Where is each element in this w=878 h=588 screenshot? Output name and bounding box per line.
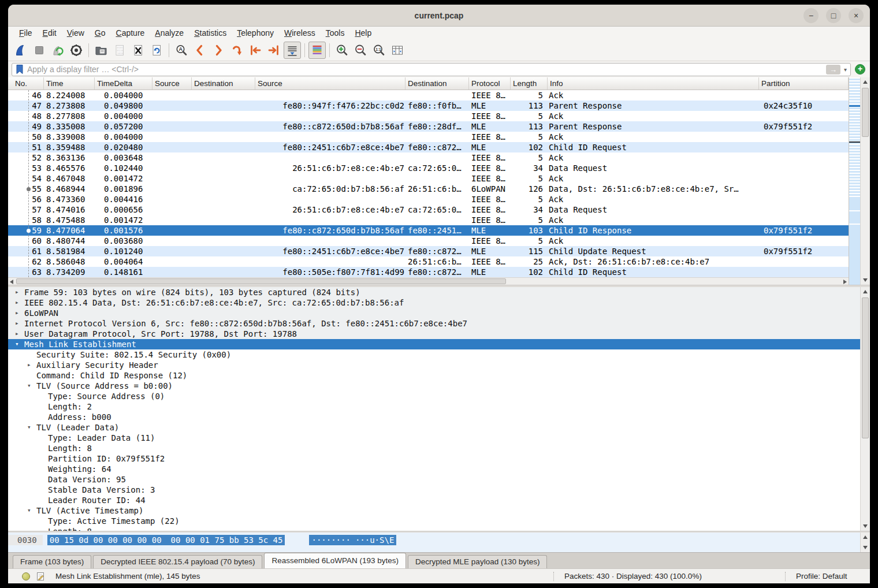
scroll-right-icon[interactable] — [843, 280, 847, 284]
collapsed-arrow-icon[interactable]: ▸ — [15, 297, 24, 308]
detail-row[interactable]: Weighting: 64 — [8, 464, 860, 474]
go-forward-button[interactable] — [210, 42, 227, 59]
detail-row[interactable]: ▸User Datagram Protocol, Src Port: 19788… — [8, 329, 860, 339]
scroll-up-icon[interactable] — [863, 290, 868, 293]
packet-scroll-thumb[interactable] — [862, 88, 869, 137]
byte-tab[interactable]: Decrypted IEEE 802.15.4 payload (70 byte… — [93, 555, 262, 568]
packet-row-51[interactable]: 518.3594880.020480fe80::2451:c6b7:e8ce:4… — [8, 142, 849, 152]
detail-row[interactable]: Command: Child ID Response (12) — [8, 370, 860, 381]
status-profile[interactable]: Profile: Default — [786, 572, 870, 580]
capture-comment-icon[interactable] — [36, 572, 45, 581]
close-button[interactable]: × — [849, 8, 864, 23]
reload-file-button[interactable] — [148, 42, 165, 59]
packet-row-53[interactable]: 538.4655760.10244026:51:c6:b7:e8:ce:4b:e… — [8, 163, 849, 173]
scroll-down-icon[interactable] — [863, 524, 868, 528]
detail-row[interactable]: ▸6LoWPAN — [8, 308, 860, 318]
menu-wireless[interactable]: Wireless — [279, 28, 321, 38]
byte-tab[interactable]: Decrypted MLE payload (130 bytes) — [408, 555, 547, 568]
packet-row-62[interactable]: 628.5860480.00406426:51:c6:b…IEEE 8…25Ac… — [8, 256, 849, 267]
display-filter-box[interactable]: → ▾ — [12, 63, 851, 76]
find-packet-button[interactable]: A — [173, 42, 190, 59]
detail-row[interactable]: Length: 2 — [8, 401, 860, 412]
collapsed-arrow-icon[interactable]: ▸ — [15, 287, 24, 297]
start-capture-button[interactable] — [12, 42, 29, 59]
bytes-scrollbar[interactable] — [860, 533, 870, 552]
packet-row-58[interactable]: 588.4754880.001472IEEE 8…5Ack — [8, 215, 849, 225]
packet-row-59[interactable]: 598.4770640.001576fe80::c872:650d:b7b8:5… — [8, 225, 849, 236]
detail-row[interactable]: Partition ID: 0x79f551f2 — [8, 453, 860, 464]
column-header-time[interactable]: Time — [44, 77, 95, 90]
horizontal-scrollbar[interactable] — [8, 277, 849, 285]
packet-row-52[interactable]: 528.3631360.003648IEEE 8…5Ack — [8, 152, 849, 163]
packet-row-54[interactable]: 548.4670480.001472IEEE 8…5Ack — [8, 173, 849, 184]
expanded-arrow-icon[interactable]: ▾ — [27, 505, 36, 516]
packet-row-47[interactable]: 478.2738080.049800fe80::947f:f476:22bc:c… — [8, 101, 849, 111]
collapsed-arrow-icon[interactable]: ▸ — [15, 329, 24, 339]
hex-bytes[interactable]: 00 15 0d 00 00 00 00 0000 00 01 75 bb 53… — [47, 535, 285, 545]
detail-row[interactable]: ▸Internet Protocol Version 6, Src: fe80:… — [8, 318, 860, 329]
maximize-button[interactable]: □ — [826, 8, 841, 23]
detail-row[interactable]: ▾TLV (Leader Data) — [8, 422, 860, 433]
detail-row[interactable]: Type: Source Address (0) — [8, 391, 860, 401]
packet-row-50[interactable]: 508.3390080.004000IEEE 8…5Ack — [8, 132, 849, 142]
detail-row[interactable]: ▸IEEE 802.15.4 Data, Dst: 26:51:c6:b7:e8… — [8, 297, 860, 308]
details-scrollbar[interactable] — [860, 287, 870, 531]
column-header-timedelta[interactable]: TimeDelta — [95, 77, 152, 90]
scroll-down-icon[interactable] — [863, 546, 868, 549]
expanded-arrow-icon[interactable]: ▾ — [27, 381, 36, 391]
bookmark-icon[interactable] — [16, 64, 24, 75]
packet-row-61[interactable]: 618.5819840.101240fe80::2451:c6b7:e8ce:4… — [8, 246, 849, 256]
detail-row[interactable]: Length: 8 — [8, 526, 860, 531]
collapsed-arrow-icon[interactable]: ▸ — [15, 308, 24, 318]
column-header-destination[interactable]: Destination — [192, 77, 255, 90]
column-header-length[interactable]: Length — [511, 77, 548, 90]
capture-options-button[interactable] — [68, 42, 85, 59]
collapsed-arrow-icon[interactable]: ▸ — [27, 360, 36, 370]
packet-row-63[interactable]: 638.7342090.148161fe80::505e:f807:7f81:4… — [8, 267, 849, 277]
zoom-out-button[interactable] — [352, 42, 369, 59]
packet-row-46[interactable]: 468.2240080.004000IEEE 8…5Ack — [8, 90, 849, 101]
minimize-button[interactable]: − — [803, 8, 819, 23]
hex-dump[interactable]: 0030 00 15 0d 00 00 00 00 0000 00 01 75 … — [8, 533, 860, 552]
scroll-up-icon[interactable] — [863, 80, 868, 84]
detail-row[interactable]: ▸Auxiliary Security Header — [8, 360, 860, 370]
packet-row-57[interactable]: 578.4740160.00065626:51:c6:b7:e8:ce:4b:e… — [8, 204, 849, 215]
go-last-button[interactable] — [265, 42, 282, 59]
menu-tools[interactable]: Tools — [321, 28, 350, 38]
hex-ascii[interactable]: ···········u·S\E — [309, 535, 396, 545]
zoom-in-button[interactable] — [333, 42, 351, 59]
apply-filter-button[interactable]: → — [826, 65, 840, 75]
column-header-source[interactable]: Source — [152, 77, 192, 90]
packet-minimap[interactable] — [849, 77, 860, 285]
column-header-protocol[interactable]: Protocol — [469, 77, 511, 90]
restart-capture-button[interactable] — [49, 42, 66, 59]
expert-info-icon[interactable] — [22, 572, 30, 580]
detail-row[interactable]: Type: Leader Data (11) — [8, 433, 860, 443]
packet-row-49[interactable]: 498.3350080.057200fe80::c872:650d:b7b8:5… — [8, 121, 849, 132]
horizontal-scroll-thumb[interactable] — [16, 278, 506, 284]
go-first-button[interactable] — [247, 42, 264, 59]
detail-row[interactable]: ▾Mesh Link Establishment — [8, 339, 860, 349]
menu-analyze[interactable]: Analyze — [150, 28, 189, 38]
expanded-arrow-icon[interactable]: ▾ — [15, 339, 24, 349]
packet-row-55[interactable]: 558.4689440.001896ca:72:65:0d:b7:b8:56:a… — [8, 184, 849, 194]
menu-capture[interactable]: Capture — [111, 28, 150, 38]
detail-row[interactable]: Address: b000 — [8, 412, 860, 422]
detail-row[interactable]: Length: 8 — [8, 443, 860, 453]
title-bar[interactable]: current.pcap −□× — [8, 5, 870, 27]
close-file-button[interactable] — [129, 42, 147, 59]
collapsed-arrow-icon[interactable]: ▸ — [15, 318, 24, 329]
detail-row[interactable]: ▸Frame 59: 103 bytes on wire (824 bits),… — [8, 287, 860, 297]
menu-statistics[interactable]: Statistics — [189, 28, 232, 38]
add-filter-button[interactable]: + — [855, 64, 865, 75]
detail-row[interactable]: ▾TLV (Source Address = b0:00) — [8, 381, 860, 391]
column-header-no[interactable]: No. — [8, 77, 44, 90]
scroll-left-icon[interactable] — [10, 280, 13, 284]
go-back-button[interactable] — [191, 42, 209, 59]
resize-columns-button[interactable] — [389, 42, 406, 59]
column-header-destination[interactable]: Destination — [405, 77, 469, 90]
scroll-down-icon[interactable] — [863, 278, 868, 282]
save-file-button[interactable]: 010101101010 — [111, 42, 128, 59]
details-scroll-thumb[interactable] — [862, 297, 869, 438]
expanded-arrow-icon[interactable]: ▾ — [27, 422, 36, 433]
